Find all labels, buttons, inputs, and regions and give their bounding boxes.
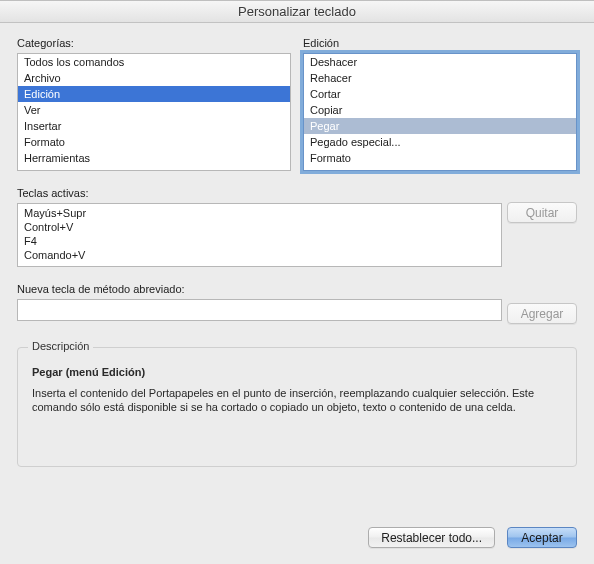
customize-keyboard-window: Personalizar teclado Categorías: Todos l…	[0, 0, 594, 564]
accept-button[interactable]: Aceptar	[507, 527, 577, 548]
description-group: Descripción Pegar (menú Edición) Inserta…	[17, 347, 577, 467]
command-item[interactable]: Pegado especial...	[304, 134, 576, 150]
active-keys-listbox[interactable]: Mayús+SuprControl+VF4Comando+V	[17, 203, 502, 267]
category-item[interactable]: Todos los comandos	[18, 54, 290, 70]
category-item[interactable]: Insertar	[18, 118, 290, 134]
commands-label: Edición	[303, 37, 577, 49]
reset-all-button[interactable]: Restablecer todo...	[368, 527, 495, 548]
command-item[interactable]: Pegar	[304, 118, 576, 134]
category-item[interactable]: Edición	[18, 86, 290, 102]
active-key-item[interactable]: F4	[24, 234, 495, 248]
command-item[interactable]: Formato	[304, 150, 576, 166]
description-body: Inserta el contenido del Portapapeles en…	[32, 386, 562, 414]
active-key-item[interactable]: Mayús+Supr	[24, 206, 495, 220]
description-title: Pegar (menú Edición)	[32, 366, 562, 378]
active-keys-label: Teclas activas:	[17, 187, 577, 199]
active-key-item[interactable]: Comando+V	[24, 248, 495, 262]
categories-label: Categorías:	[17, 37, 291, 49]
command-item[interactable]: Cortar	[304, 86, 576, 102]
remove-button[interactable]: Quitar	[507, 202, 577, 223]
commands-listbox[interactable]: DeshacerRehacerCortarCopiarPegarPegado e…	[303, 53, 577, 171]
category-item[interactable]: Formato	[18, 134, 290, 150]
category-item[interactable]: Archivo	[18, 70, 290, 86]
new-key-label: Nueva tecla de método abreviado:	[17, 283, 577, 295]
new-key-input[interactable]	[17, 299, 502, 321]
category-item[interactable]: Herramientas	[18, 150, 290, 166]
command-item[interactable]: Copiar	[304, 102, 576, 118]
command-item[interactable]: Deshacer	[304, 54, 576, 70]
add-button[interactable]: Agregar	[507, 303, 577, 324]
active-key-item[interactable]: Control+V	[24, 220, 495, 234]
command-item[interactable]: Rehacer	[304, 70, 576, 86]
categories-listbox[interactable]: Todos los comandosArchivoEdiciónVerInser…	[17, 53, 291, 171]
category-item[interactable]: Ver	[18, 102, 290, 118]
description-legend: Descripción	[28, 340, 93, 352]
window-title: Personalizar teclado	[0, 1, 594, 23]
